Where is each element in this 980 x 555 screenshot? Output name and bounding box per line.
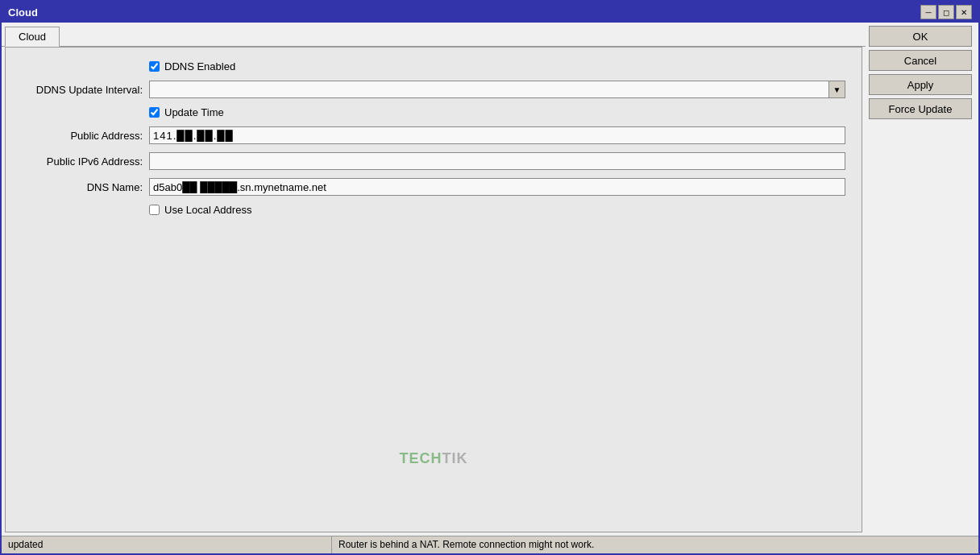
public-ipv6-label: Public IPv6 Address: — [22, 155, 143, 168]
apply-button[interactable]: Apply — [869, 74, 972, 95]
public-ipv6-input[interactable] — [149, 152, 845, 170]
public-ipv6-row: Public IPv6 Address: — [22, 152, 845, 170]
status-left: updated — [2, 536, 332, 553]
main-window: Cloud ─ ◻ ✕ Cloud DDNS Enabled — [0, 0, 980, 555]
public-address-input[interactable] — [149, 126, 845, 144]
dns-name-row: DNS Name: — [22, 178, 845, 196]
cancel-button[interactable]: Cancel — [869, 50, 972, 71]
tab-cloud[interactable]: Cloud — [5, 27, 60, 47]
form-area: DDNS Enabled DDNS Update Interval: ▼ Upd… — [5, 47, 862, 532]
ddns-update-interval-row: DDNS Update Interval: ▼ — [22, 81, 845, 98]
public-address-row: Public Address: — [22, 126, 845, 144]
content-area: Cloud DDNS Enabled DDNS Update Interval:… — [2, 23, 866, 536]
status-right: Router is behind a NAT. Remote connectio… — [332, 536, 978, 553]
watermark-tik: TIK — [442, 450, 468, 466]
title-bar: Cloud ─ ◻ ✕ — [2, 2, 978, 23]
dropdown-arrow-icon[interactable]: ▼ — [828, 81, 845, 97]
use-local-address-checkbox[interactable] — [149, 205, 160, 215]
update-time-label: Update Time — [164, 106, 224, 118]
sidebar: OK Cancel Apply Force Update — [866, 23, 978, 536]
status-bar: updated Router is behind a NAT. Remote c… — [2, 536, 978, 553]
update-time-checkbox[interactable] — [149, 107, 160, 118]
main-area: Cloud DDNS Enabled DDNS Update Interval:… — [2, 23, 978, 536]
ddns-enabled-row: DDNS Enabled — [149, 60, 845, 72]
watermark: TECHTIK — [400, 450, 468, 467]
public-address-label: Public Address: — [22, 130, 143, 142]
force-update-button[interactable]: Force Update — [869, 98, 972, 119]
ddns-update-interval-label: DDNS Update Interval: — [22, 84, 143, 96]
minimize-button[interactable]: ─ — [920, 5, 936, 19]
tab-bar: Cloud — [2, 23, 866, 47]
ddns-update-interval-input[interactable] — [150, 81, 828, 97]
ddns-enabled-checkbox[interactable] — [149, 61, 160, 72]
use-local-address-row: Use Local Address — [149, 204, 845, 216]
ddns-update-interval-dropdown[interactable]: ▼ — [149, 81, 845, 98]
restore-button[interactable]: ◻ — [938, 5, 954, 19]
update-time-row: Update Time — [149, 106, 845, 118]
watermark-tech: TECH — [400, 450, 442, 466]
use-local-address-label: Use Local Address — [164, 204, 251, 216]
window-title: Cloud — [8, 6, 38, 19]
window-controls: ─ ◻ ✕ — [920, 5, 972, 19]
dns-name-label: DNS Name: — [22, 181, 143, 193]
ddns-enabled-label: DDNS Enabled — [164, 60, 235, 72]
close-button[interactable]: ✕ — [956, 5, 972, 19]
dns-name-input[interactable] — [149, 178, 845, 196]
ok-button[interactable]: OK — [869, 26, 972, 47]
